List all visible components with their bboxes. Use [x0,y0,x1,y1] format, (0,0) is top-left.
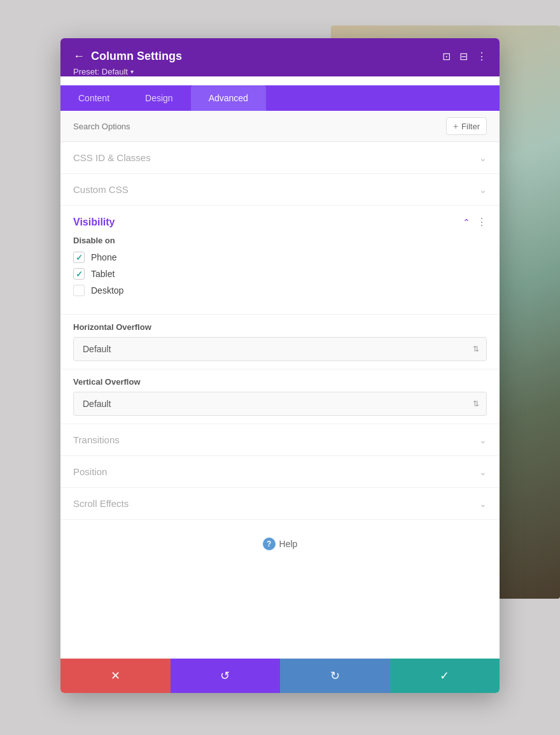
focus-icon[interactable]: ⊡ [442,50,451,62]
header-top: ← Column Settings ⊡ ⊟ ⋮ [73,50,487,63]
modal: ← Column Settings ⊡ ⊟ ⋮ Preset: Default … [60,38,500,693]
layout-icon[interactable]: ⊟ [459,50,468,62]
preset-row[interactable]: Preset: Default ▾ [73,67,487,76]
header-icons: ⊡ ⊟ ⋮ [442,50,487,62]
checkbox-row-tablet: ✓ Tablet [73,268,487,280]
position-section[interactable]: Position ⌄ [60,456,500,488]
checkbox-row-phone: 1 ✓ Phone [73,252,487,263]
search-row: + Filter [60,111,500,142]
custom-css-chevron-icon: ⌄ [479,185,487,195]
checkbox-row-desktop: Desktop [73,285,487,296]
vertical-overflow-wrapper: Default Visible Hidden Scroll Auto ⇅ [73,392,487,416]
preset-arrow-icon: ▾ [130,68,134,75]
visibility-section: Visibility ⌃ ⋮ Disable on 1 ✓ Phone [60,206,500,315]
visibility-header: Visibility ⌃ ⋮ [73,206,487,236]
vertical-overflow-select[interactable]: Default Visible Hidden Scroll Auto [73,392,487,416]
cancel-button[interactable]: ✕ [60,659,171,693]
visibility-collapse-icon[interactable]: ⌃ [463,217,470,227]
css-id-classes-section[interactable]: CSS ID & Classes ⌄ [60,142,500,174]
filter-plus-icon: + [453,121,458,131]
vertical-overflow-section: Vertical Overflow Default Visible Hidden… [60,369,500,424]
help-label[interactable]: Help [279,539,298,549]
transitions-section[interactable]: Transitions ⌄ [60,424,500,456]
search-input[interactable] [73,122,446,131]
custom-css-section[interactable]: Custom CSS ⌄ [60,174,500,206]
position-chevron-icon: ⌄ [479,467,487,477]
horizontal-overflow-select[interactable]: Default Visible Hidden Scroll Auto [73,337,487,361]
header-left: ← Column Settings [73,50,182,63]
visibility-more-icon[interactable]: ⋮ [477,216,487,228]
visibility-title: Visibility [73,217,115,228]
css-id-classes-label: CSS ID & Classes [73,152,151,163]
filter-button[interactable]: + Filter [446,117,487,135]
horizontal-overflow-wrapper: Default Visible Hidden Scroll Auto ⇅ [73,337,487,361]
tab-advanced[interactable]: Advanced [191,85,266,111]
modal-footer: ✕ ↺ ↻ ✓ [60,659,500,693]
tablet-checkbox[interactable]: ✓ [73,268,85,280]
visibility-controls: ⌃ ⋮ [463,216,487,228]
vertical-overflow-label: Vertical Overflow [73,377,487,387]
filter-label: Filter [461,122,480,131]
transitions-chevron-icon: ⌄ [479,435,487,445]
undo-button[interactable]: ↺ [171,659,281,693]
horizontal-overflow-section: Horizontal Overflow Default Visible Hidd… [60,315,500,369]
tabs-container: Content Design Advanced [60,85,500,111]
phone-checkbox[interactable]: ✓ [73,252,85,263]
css-id-chevron-icon: ⌄ [479,153,487,163]
scroll-effects-chevron-icon: ⌄ [479,499,487,509]
desktop-label: Desktop [91,285,123,296]
phone-check-icon: ✓ [76,253,83,262]
modal-title: Column Settings [91,50,182,63]
desktop-checkbox[interactable] [73,285,85,296]
disable-on-label: Disable on [73,236,487,245]
tablet-check-icon: ✓ [76,269,83,279]
scroll-effects-label: Scroll Effects [73,498,129,509]
tab-design[interactable]: Design [127,85,191,111]
transitions-label: Transitions [73,434,120,445]
horizontal-overflow-label: Horizontal Overflow [73,322,487,332]
help-icon[interactable]: ? [263,538,276,550]
preset-label: Preset: Default [73,67,128,76]
position-label: Position [73,466,107,477]
phone-label: Phone [91,252,116,262]
tablet-label: Tablet [91,269,115,279]
page-wrapper: ← Column Settings ⊡ ⊟ ⋮ Preset: Default … [0,25,560,735]
redo-button[interactable]: ↻ [280,659,390,693]
help-row: ? Help [60,520,500,589]
save-button[interactable]: ✓ [390,659,500,693]
scroll-effects-section[interactable]: Scroll Effects ⌄ [60,488,500,520]
back-icon[interactable]: ← [73,50,85,63]
modal-body: + Filter CSS ID & Classes ⌄ Custom CSS ⌄… [60,111,500,659]
custom-css-label: Custom CSS [73,184,129,195]
modal-header: ← Column Settings ⊡ ⊟ ⋮ Preset: Default … [60,38,500,76]
tab-content[interactable]: Content [60,85,127,111]
more-options-icon[interactable]: ⋮ [477,50,487,62]
